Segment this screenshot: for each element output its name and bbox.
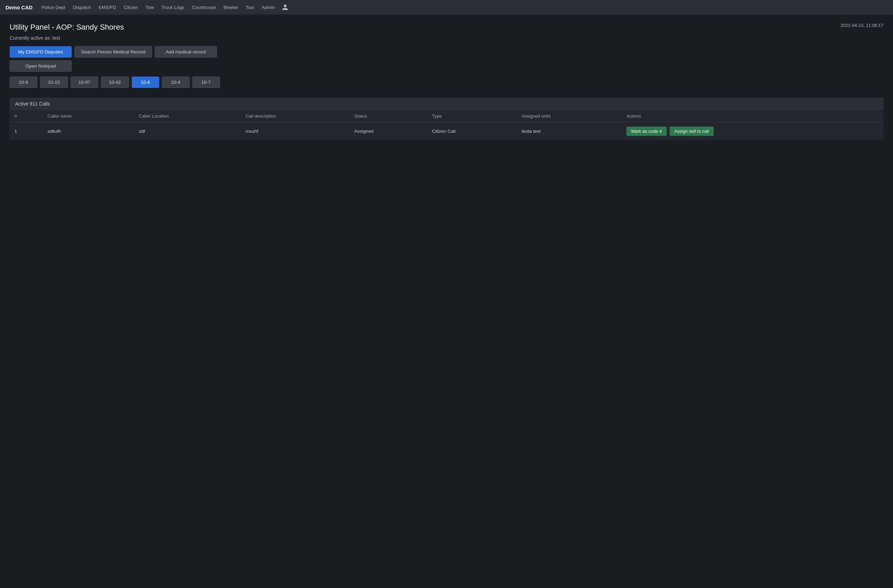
row-caller-location: sdf bbox=[134, 122, 241, 140]
col-header-2: Caller Location bbox=[134, 110, 241, 122]
nav-item-police-dept[interactable]: Police Dept bbox=[38, 3, 69, 12]
calls-table-head: #Caller nameCaller LocationCall descript… bbox=[10, 110, 883, 122]
nav-item-taxi[interactable]: Taxi bbox=[242, 3, 257, 12]
col-header-4: Status bbox=[350, 110, 427, 122]
main-content: Utility Panel - AOP: Sandy Shores 2021-0… bbox=[0, 15, 893, 148]
col-header-1: Caller name bbox=[43, 110, 134, 122]
status-btn-104[interactable]: 10-4 bbox=[162, 77, 189, 88]
mark-as-code-button[interactable]: Mark as code 4 bbox=[627, 126, 667, 136]
header-row: Utility Panel - AOP: Sandy Shores 2021-0… bbox=[10, 23, 883, 32]
row-status: Assigned bbox=[350, 122, 427, 140]
calls-table-body: 1sdliufhsdfmsuhfAssignedCitizen Calltest… bbox=[10, 122, 883, 140]
assign-self-button[interactable]: Assign self to call bbox=[670, 126, 714, 136]
nav-item-admin[interactable]: Admin bbox=[258, 3, 278, 12]
nav-item-ems-fd[interactable]: EMS/FD bbox=[95, 3, 120, 12]
col-header-0: # bbox=[10, 110, 43, 122]
row-num: 1 bbox=[10, 122, 43, 140]
nav-item-dispatch[interactable]: Dispatch bbox=[69, 3, 95, 12]
col-header-6: Assigned units bbox=[517, 110, 622, 122]
active-as-label: Currently active as: test bbox=[10, 35, 883, 41]
page-title: Utility Panel - AOP: Sandy Shores bbox=[10, 23, 124, 32]
row-assigned-units: testa test bbox=[517, 122, 622, 140]
row-actions: Mark as code 4Assign self to call bbox=[622, 122, 883, 140]
status-btn-107[interactable]: 10-7 bbox=[192, 77, 220, 88]
calls-section: Active 911 Calls #Caller nameCaller Loca… bbox=[10, 98, 883, 140]
status-btn-1015[interactable]: 10-15 bbox=[40, 77, 68, 88]
status-codes-row: 10-810-1510-9710-4210-610-410-7 bbox=[10, 77, 883, 88]
col-header-3: Call description bbox=[241, 110, 349, 122]
nav-item-citizen[interactable]: Citizen bbox=[120, 3, 141, 12]
timestamp: 2021-04-23, 11:06:17 bbox=[840, 23, 883, 28]
profile-icon[interactable] bbox=[282, 4, 289, 11]
nav-item-bleeter[interactable]: Bleeter bbox=[220, 3, 242, 12]
navbar: Demo CAD Police DeptDispatchEMS/FDCitize… bbox=[0, 0, 893, 15]
row-type: Citizen Call bbox=[427, 122, 517, 140]
status-btn-1042[interactable]: 10-42 bbox=[101, 77, 129, 88]
table-row: 1sdliufhsdfmsuhfAssignedCitizen Calltest… bbox=[10, 122, 883, 140]
calls-section-title: Active 911 Calls bbox=[10, 98, 883, 110]
row-call-description: msuhf bbox=[241, 122, 349, 140]
col-header-5: Type bbox=[427, 110, 517, 122]
open-notepad-button[interactable]: Open Notepad bbox=[10, 60, 72, 72]
status-btn-108[interactable]: 10-8 bbox=[10, 77, 37, 88]
nav-item-tow[interactable]: Tow bbox=[142, 3, 157, 12]
col-header-7: Actions bbox=[622, 110, 883, 122]
search-medical-button[interactable]: Search Person Medical Record bbox=[74, 46, 152, 57]
add-medical-button[interactable]: Add medical record bbox=[155, 46, 217, 57]
nav-items: Police DeptDispatchEMS/FDCitizenTowTruck… bbox=[38, 3, 278, 12]
button-row-1: My EMS/FD Deputies Search Person Medical… bbox=[10, 46, 883, 57]
my-ems-button[interactable]: My EMS/FD Deputies bbox=[10, 46, 72, 57]
nav-item-courthouse[interactable]: Courthouse bbox=[189, 3, 219, 12]
nav-item-truck-logs[interactable]: Truck Logs bbox=[158, 3, 188, 12]
button-row-2: Open Notepad bbox=[10, 60, 883, 72]
status-btn-106[interactable]: 10-6 bbox=[132, 77, 159, 88]
status-btn-1097[interactable]: 10-97 bbox=[71, 77, 99, 88]
brand-label: Demo CAD bbox=[6, 5, 32, 11]
calls-table: #Caller nameCaller LocationCall descript… bbox=[10, 110, 883, 140]
row-caller-name: sdliufh bbox=[43, 122, 134, 140]
